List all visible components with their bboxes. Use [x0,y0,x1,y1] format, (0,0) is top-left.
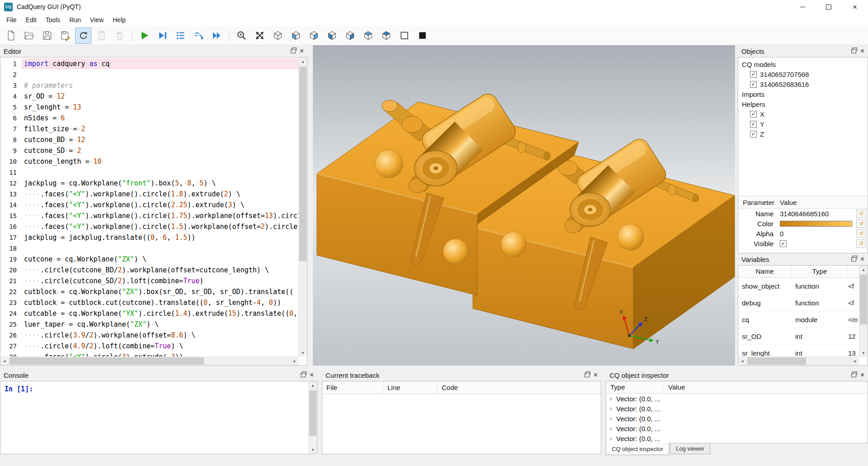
inspector-row[interactable]: ›Vector: (0.0, ... [606,433,868,443]
code-line[interactable]: ····.faces("<Y").workplane().circle(1.8)… [21,189,299,200]
maximize-button[interactable] [816,0,842,14]
visible-checkbox[interactable]: ✓ [780,240,787,247]
traceback-float-icon[interactable] [585,373,590,377]
variables-vscrollbar[interactable]: ▲ ▼ [859,266,868,357]
minimize-button[interactable] [789,0,816,14]
code-line[interactable]: sr_OD·=·12 [21,91,299,102]
parameter-value[interactable]: 0 [777,230,856,238]
tree-item[interactable]: ✓3140652707568 [738,69,868,79]
code-line[interactable]: ····.circle(cutcone_SD/2).loft(combine=T… [21,276,299,286]
chevron-right-icon[interactable]: › [610,415,616,422]
checkbox[interactable]: ✓ [750,71,757,78]
display-shaded-button[interactable] [414,28,430,44]
menu-edit[interactable]: Edit [21,14,41,26]
variable-row[interactable]: cqmodule<m [738,311,859,328]
new-file-button[interactable] [3,28,19,44]
scroll-left-icon[interactable]: ◄ [0,357,9,365]
checkbox[interactable]: ✓ [750,121,757,128]
scroll-down-icon[interactable]: ▼ [299,349,307,357]
parameter-value[interactable] [777,221,856,227]
tab-log-viewer[interactable]: Log viewer [670,443,710,454]
menu-run[interactable]: Run [65,14,85,26]
checkbox[interactable]: ✓ [750,81,757,88]
console-vscrollbar[interactable]: ▲ ▼ [308,381,317,454]
tree-group-helpers[interactable]: Helpers [738,99,868,109]
tree-group-cq-models[interactable]: CQ models [738,59,868,69]
reset-parameter-button[interactable]: ↺ [856,209,866,218]
editor-body[interactable]: 1234567891011121314151617181920212223242… [0,57,307,366]
reset-parameter-button[interactable]: ↺ [856,229,866,238]
zoom-button[interactable] [233,28,250,44]
code-line[interactable]: nSides·=·6 [21,113,299,124]
chevron-right-icon[interactable]: › [610,425,616,432]
code-line[interactable]: ····.faces("<Y").workplane().circle(2.25… [21,200,299,210]
editor-hscroll-thumb[interactable] [9,357,204,365]
variable-row[interactable]: show_objectfunction<f [738,278,859,295]
code-line[interactable]: ····.circle(3.9/2).workplane(offset=8.6)… [21,330,299,341]
variables-close-icon[interactable]: × [860,256,864,262]
debug-step-button[interactable] [190,28,207,44]
objects-float-icon[interactable] [851,49,856,53]
code-line[interactable]: cutcone_length·=·10 [21,156,299,167]
code-line[interactable]: fillet_size·=·2 [21,124,299,134]
chevron-right-icon[interactable]: › [610,395,616,402]
view-bottom-button[interactable] [378,28,394,44]
delete-button[interactable] [111,28,127,44]
menu-tools[interactable]: Tools [41,14,65,26]
code-line[interactable] [21,69,299,80]
view-iso-button[interactable] [269,28,286,44]
variables-hscrollbar[interactable]: ◄ ► [738,357,859,365]
scroll-up-icon[interactable]: ▲ [309,381,317,390]
tree-group-imports[interactable]: Imports [738,89,868,99]
menu-view[interactable]: View [85,14,108,26]
code-line[interactable]: ····.faces("<Y").workplane().circle(1.75… [21,210,299,221]
editor-vscroll-thumb[interactable] [299,67,307,261]
view-back-button[interactable] [306,28,322,44]
variable-row[interactable]: sr_ODint12 [738,328,859,345]
checkbox[interactable]: ✓ [750,111,757,118]
code-line[interactable]: cutcone_SD·=·2 [21,145,299,156]
variables-hscroll-thumb[interactable] [747,357,806,365]
code-line[interactable]: jackplug·=·cq.Workplane("front").box(5,·… [21,178,299,189]
close-button[interactable]: × [842,0,868,14]
code-line[interactable]: # parameters [21,80,299,91]
inspector-row[interactable]: ›Vector: (0.0, ... [606,423,868,433]
scroll-down-icon[interactable]: ▼ [309,446,317,454]
console-vscroll-thumb[interactable] [309,390,316,436]
debug-run-button[interactable] [154,28,170,44]
editor-close-icon[interactable]: × [300,48,304,54]
parameter-value[interactable]: 3140646685160 [777,210,856,218]
view-top-button[interactable] [360,28,376,44]
inspector-row[interactable]: ›Vector: (0.0, ... [606,414,868,423]
copy-button[interactable] [93,28,109,44]
console-float-icon[interactable] [301,373,306,377]
inspector-float-icon[interactable] [851,373,856,377]
traceback-close-icon[interactable]: × [594,372,598,378]
code-line[interactable]: ····.faces("<Y").workplane().circle(1.5)… [21,221,299,232]
code-line[interactable]: cutblock·=·cq.Workplane("ZX").box(sr_OD,… [21,286,299,297]
objects-close-icon[interactable]: × [860,48,864,54]
tab-cq-object-inspector[interactable]: CQ object inspector [606,443,669,455]
variables-float-icon[interactable] [851,257,856,262]
console-close-icon[interactable]: × [310,372,314,378]
code-line[interactable]: jackplug·=·jackplug.translate((0,·6,·1.5… [21,232,299,243]
fit-view-button[interactable] [251,28,268,44]
code-line[interactable] [21,243,299,254]
menu-help[interactable]: Help [108,14,130,26]
tree-item[interactable]: ✓X [738,109,868,119]
scroll-down-icon[interactable]: ▼ [859,349,868,357]
reload-script-button[interactable] [75,28,91,44]
chevron-right-icon[interactable]: › [610,405,616,412]
scroll-right-icon[interactable]: ► [851,357,859,365]
code-line[interactable]: luer_taper·=·cq.Workplane("ZX")·\ [21,319,299,330]
scroll-left-icon[interactable]: ◄ [738,357,746,365]
chevron-right-icon[interactable]: › [610,435,616,442]
color-swatch[interactable] [780,221,852,227]
code-line[interactable]: cutcone·=·cq.Workplane("ZX")·\ [21,254,299,265]
code-line[interactable]: sr_lenght·=·13 [21,102,299,113]
variable-row[interactable]: debugfunction<f [738,295,859,311]
scroll-up-icon[interactable]: ▲ [859,266,868,274]
reset-parameter-button[interactable]: ↺ [856,219,866,228]
open-file-button[interactable] [21,28,37,44]
cad-model-canvas[interactable]: X Z Y [313,45,735,366]
